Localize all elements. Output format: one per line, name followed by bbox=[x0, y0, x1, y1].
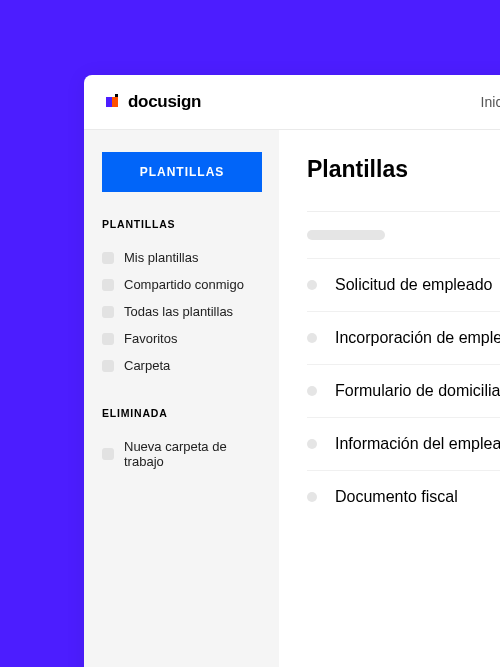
page-title: Plantillas bbox=[307, 156, 500, 183]
sidebar-list-plantillas: Mis plantillas Compartido conmigo Todas … bbox=[102, 244, 261, 379]
folder-icon bbox=[102, 306, 114, 318]
folder-icon bbox=[102, 279, 114, 291]
app-header: docusign Inicio Gestionar bbox=[84, 75, 500, 130]
template-name: Incorporación de empleado bbox=[335, 329, 500, 347]
template-name: Solicitud de empleado bbox=[335, 276, 492, 294]
sidebar-item-todas[interactable]: Todas las plantillas bbox=[102, 298, 261, 325]
folder-icon bbox=[102, 448, 114, 460]
folder-icon bbox=[102, 333, 114, 345]
divider bbox=[307, 211, 500, 212]
status-dot-icon bbox=[307, 280, 317, 290]
app-window: docusign Inicio Gestionar PLANTILLAS PLA… bbox=[84, 75, 500, 667]
template-name: Formulario de domiciliación bbox=[335, 382, 500, 400]
nav-link-inicio[interactable]: Inicio bbox=[481, 94, 500, 110]
folder-icon bbox=[102, 360, 114, 372]
header-nav: Inicio Gestionar bbox=[481, 94, 500, 110]
sidebar-item-nueva-carpeta[interactable]: Nueva carpeta de trabajo bbox=[102, 433, 261, 475]
sidebar-section-eliminada: ELIMINADA bbox=[102, 407, 261, 419]
template-row[interactable]: Información del empleado bbox=[307, 417, 500, 470]
svg-rect-0 bbox=[106, 97, 112, 107]
sidebar-item-label: Mis plantillas bbox=[124, 250, 198, 265]
template-name: Información del empleado bbox=[335, 435, 500, 453]
template-row[interactable]: Solicitud de empleado bbox=[307, 258, 500, 311]
status-dot-icon bbox=[307, 386, 317, 396]
sidebar-item-mis-plantillas[interactable]: Mis plantillas bbox=[102, 244, 261, 271]
brand-name: docusign bbox=[128, 92, 201, 112]
sidebar-section-plantillas: PLANTILLAS bbox=[102, 218, 261, 230]
sidebar-item-label: Nueva carpeta de trabajo bbox=[124, 439, 261, 469]
status-dot-icon bbox=[307, 492, 317, 502]
sidebar-item-label: Todas las plantillas bbox=[124, 304, 233, 319]
sidebar-item-label: Carpeta bbox=[124, 358, 170, 373]
template-row[interactable]: Formulario de domiciliación bbox=[307, 364, 500, 417]
template-list: Solicitud de empleado Incorporación de e… bbox=[307, 258, 500, 523]
sidebar-item-favoritos[interactable]: Favoritos bbox=[102, 325, 261, 352]
svg-rect-2 bbox=[115, 94, 118, 97]
plantillas-button[interactable]: PLANTILLAS bbox=[102, 152, 262, 192]
sidebar-item-carpeta[interactable]: Carpeta bbox=[102, 352, 261, 379]
template-row[interactable]: Documento fiscal bbox=[307, 470, 500, 523]
sidebar-item-label: Favoritos bbox=[124, 331, 177, 346]
sidebar-item-compartido[interactable]: Compartido conmigo bbox=[102, 271, 261, 298]
template-row[interactable]: Incorporación de empleado bbox=[307, 311, 500, 364]
status-dot-icon bbox=[307, 333, 317, 343]
sidebar-item-label: Compartido conmigo bbox=[124, 277, 244, 292]
app-body: PLANTILLAS PLANTILLAS Mis plantillas Com… bbox=[84, 130, 500, 667]
subtitle-skeleton bbox=[307, 230, 385, 240]
main-content: Plantillas Solicitud de empleado Incorpo… bbox=[279, 130, 500, 667]
sidebar-list-eliminada: Nueva carpeta de trabajo bbox=[102, 433, 261, 475]
template-name: Documento fiscal bbox=[335, 488, 458, 506]
folder-icon bbox=[102, 252, 114, 264]
sidebar: PLANTILLAS PLANTILLAS Mis plantillas Com… bbox=[84, 130, 279, 667]
brand-logo[interactable]: docusign bbox=[106, 92, 201, 112]
svg-rect-1 bbox=[112, 97, 118, 107]
status-dot-icon bbox=[307, 439, 317, 449]
docusign-icon bbox=[106, 94, 122, 110]
